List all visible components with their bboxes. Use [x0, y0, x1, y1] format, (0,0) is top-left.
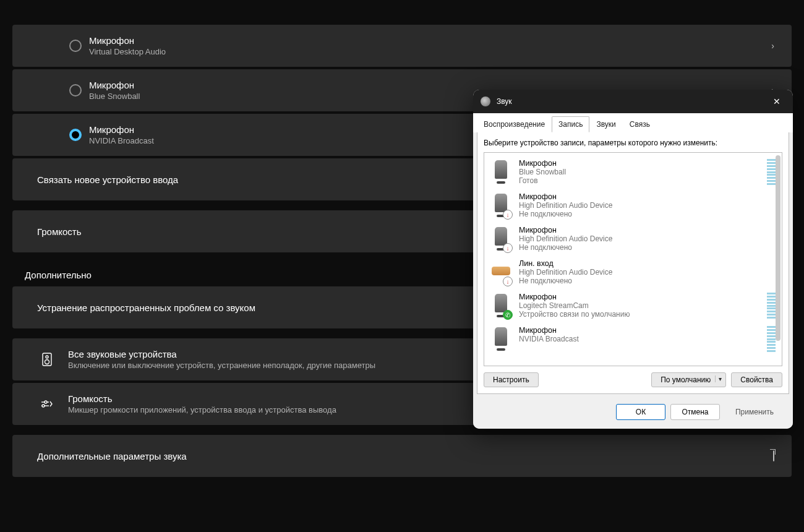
radio-icon[interactable] — [69, 129, 82, 141]
mic-sub: Virtual Desktop Audio — [89, 47, 166, 56]
device-state: Не подключено — [519, 243, 759, 252]
device-item[interactable]: ↓ Лин. вход High Definition Audio Device… — [484, 255, 782, 289]
tab-Воспроизведение[interactable]: Воспроизведение — [477, 116, 552, 132]
device-item[interactable]: Микрофон NVIDIA Broadcast — [484, 322, 782, 356]
open-external-icon — [773, 451, 774, 461]
device-item[interactable]: ↓ Микрофон High Definition Audio Device … — [484, 222, 782, 255]
device-desc: High Definition Audio Device — [519, 268, 759, 277]
dialog-instruction: Выберите устройство записи, параметры ко… — [484, 139, 782, 147]
scrollbar-thumb[interactable] — [776, 155, 780, 341]
device-item[interactable]: ✆ Микрофон Logitech StreamCam Устройство… — [484, 289, 782, 322]
svg-point-1 — [46, 356, 48, 358]
mic-option[interactable]: Микрофон Virtual Desktop Audio › — [12, 25, 792, 67]
level-meter-icon — [767, 159, 776, 185]
mixer-icon — [40, 397, 54, 411]
ok-button[interactable]: ОК — [616, 404, 665, 420]
tab-Связь[interactable]: Связь — [623, 116, 657, 132]
device-name: Микрофон — [519, 326, 759, 335]
device-list[interactable]: Микрофон Blue Snowball Готов ↓ Микрофон … — [484, 152, 782, 366]
device-state: Не подключено — [519, 277, 759, 285]
close-button[interactable]: ✕ — [768, 94, 785, 109]
mic-title: Микрофон — [89, 124, 154, 135]
device-name: Микрофон — [519, 159, 759, 168]
device-desc: High Definition Audio Device — [519, 201, 759, 210]
device-name: Микрофон — [519, 293, 759, 301]
more-sound-settings-row[interactable]: Дополнительные параметры звука — [12, 435, 792, 477]
apply-button[interactable]: Применить — [725, 404, 784, 420]
configure-button[interactable]: Настроить — [484, 372, 539, 387]
microphone-icon — [490, 159, 511, 185]
svg-point-5 — [45, 401, 47, 403]
default-comm-badge-icon: ✆ — [503, 310, 513, 320]
mixer-title: Громкость — [68, 393, 336, 404]
mic-sub: Blue Snowball — [89, 92, 140, 101]
device-item[interactable]: Микрофон Blue Snowball Готов — [484, 155, 782, 189]
svg-point-6 — [42, 405, 45, 407]
cancel-button[interactable]: Отмена — [670, 404, 720, 420]
microphone-icon — [490, 326, 511, 352]
device-desc: Blue Snowball — [519, 168, 759, 176]
sound-icon — [481, 97, 490, 106]
level-meter-icon — [767, 293, 776, 319]
pair-device-label: Связать новое устройство ввода — [37, 174, 178, 185]
device-state: Готов — [519, 176, 759, 185]
device-state: Устройство связи по умолчанию — [519, 310, 759, 319]
properties-button[interactable]: Свойства — [731, 372, 782, 387]
chevron-right-icon: › — [771, 41, 774, 51]
unplugged-badge-icon: ↓ — [503, 277, 513, 286]
sound-dialog: Звук ✕ ВоспроизведениеЗаписьЗвукиСвязь В… — [473, 90, 793, 429]
device-desc: NVIDIA Broadcast — [519, 335, 759, 343]
microphone-icon: ✆ — [490, 293, 511, 319]
level-meter-icon — [767, 326, 776, 352]
unplugged-badge-icon: ↓ — [503, 210, 513, 220]
microphone-icon: ↓ — [490, 226, 511, 252]
troubleshoot-label: Устранение распространенных проблем со з… — [37, 302, 255, 313]
radio-icon[interactable] — [69, 84, 82, 97]
microphone-icon: ↓ — [490, 192, 511, 218]
volume-label: Громкость — [37, 226, 82, 237]
more-sound-label: Дополнительные параметры звука — [37, 451, 187, 461]
device-state: Не подключено — [519, 210, 759, 218]
mic-title: Микрофон — [89, 35, 166, 46]
dialog-titlebar[interactable]: Звук ✕ — [473, 90, 793, 113]
dialog-title: Звук — [497, 97, 768, 106]
all-devices-title: Все звуковые устройства — [68, 349, 375, 359]
line-in-icon: ↓ — [490, 259, 511, 285]
mic-title: Микрофон — [89, 80, 140, 90]
speaker-icon — [40, 352, 54, 367]
device-item[interactable]: ↓ Микрофон High Definition Audio Device … — [484, 189, 782, 222]
device-desc: High Definition Audio Device — [519, 234, 759, 243]
unplugged-badge-icon: ↓ — [503, 243, 513, 253]
radio-icon[interactable] — [69, 40, 82, 52]
tab-Запись[interactable]: Запись — [552, 116, 589, 132]
device-name: Лин. вход — [519, 259, 759, 268]
dialog-tabs: ВоспроизведениеЗаписьЗвукиСвязь — [473, 113, 793, 132]
device-desc: Logitech StreamCam — [519, 301, 759, 310]
device-name: Микрофон — [519, 226, 759, 234]
all-devices-sub: Включение или выключение устройств, устр… — [68, 361, 375, 370]
mic-sub: NVIDIA Broadcast — [89, 136, 154, 145]
svg-point-2 — [45, 360, 49, 364]
mixer-sub: Микшер громкости приложений, устройства … — [68, 405, 336, 414]
tab-Звуки[interactable]: Звуки — [589, 116, 622, 132]
device-name: Микрофон — [519, 192, 759, 201]
set-default-button[interactable]: По умолчанию — [651, 372, 726, 387]
